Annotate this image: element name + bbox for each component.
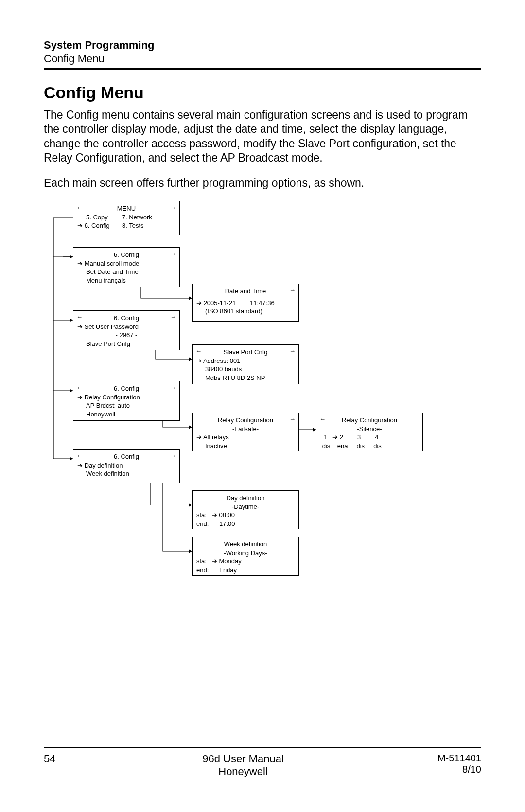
- intro-paragraph: The Config menu contains several main co…: [44, 108, 481, 165]
- relay-line: ➔ All relays: [196, 433, 295, 442]
- select-icon: ➔: [77, 323, 83, 330]
- screen-week-definition: Week definition -Working Days- sta: ➔ Mo…: [192, 537, 299, 576]
- nav-left-icon: ←: [76, 313, 83, 322]
- screen-relay-failsafe: → Relay Configuration -Failsafe- ➔ All r…: [192, 413, 299, 451]
- nav-right-icon: →: [289, 415, 296, 424]
- nav-right-icon: →: [289, 347, 296, 356]
- screen-title: 6. Config: [77, 314, 175, 323]
- nav-right-icon: →: [289, 286, 296, 295]
- relay-vals: dis ena dis dis: [320, 442, 419, 451]
- svg-marker-1: [189, 357, 192, 361]
- manual-page: System Programming Config Menu Config Me…: [0, 0, 525, 812]
- svg-marker-4: [189, 503, 192, 507]
- config-line: AP Brdcst: auto: [77, 401, 175, 410]
- select-icon: ➔: [212, 558, 217, 565]
- intro-paragraph-2: Each main screen offers further programm…: [44, 176, 481, 190]
- menu-line: ➔ 6. Config 8. Tests: [77, 221, 175, 230]
- svg-marker-9: [70, 457, 73, 461]
- config-line: Honeywell: [77, 410, 175, 419]
- page-footer: 54 96d User Manual Honeywell M-511401 8/…: [44, 747, 481, 778]
- nav-left-icon: ←: [76, 383, 83, 392]
- screen-menu: ← → MENU 5. Copy 7. Network ➔ 6. Config …: [73, 201, 180, 235]
- nav-right-icon: →: [170, 383, 176, 392]
- select-icon: ➔: [77, 462, 83, 469]
- screen-relay-silence: ← Relay Configuration -Silence- 1 ➔ 2 3 …: [316, 413, 423, 451]
- screen-title: Date and Time: [196, 287, 295, 296]
- footer-doc-number: M-511401: [403, 753, 481, 764]
- config-line: ➔ Day definition: [77, 461, 175, 470]
- screen-title: 6. Config: [77, 452, 175, 461]
- screen-config-1: → 6. Config ➔ Manual scroll mode Set Dat…: [73, 247, 180, 287]
- config-line: ➔ Relay Configuration: [77, 393, 175, 402]
- screen-title: MENU: [77, 204, 175, 213]
- header-section: System Programming: [44, 39, 481, 52]
- screen-subtitle: -Failsafe-: [196, 425, 295, 433]
- screen-subtitle: -Daytime-: [196, 503, 295, 511]
- config-line: Week definition: [77, 469, 175, 478]
- slave-line: Mdbs RTU 8D 2S NP: [196, 374, 295, 382]
- config-line: - 2967 -: [77, 331, 175, 340]
- screen-title: Week definition: [196, 540, 295, 549]
- menu-line: 5. Copy 7. Network: [77, 213, 175, 222]
- relay-cols: 1 ➔ 2 3 4: [320, 433, 419, 442]
- footer-brand: Honeywell: [83, 765, 403, 778]
- date-line: (ISO 8601 standard): [196, 307, 295, 316]
- screen-subtitle: -Silence-: [320, 425, 419, 433]
- nav-left-icon: ←: [76, 203, 83, 212]
- select-icon: ➔: [196, 433, 202, 441]
- svg-marker-3: [313, 428, 316, 432]
- screen-config-4: ← → 6. Config ➔ Day definition Week defi…: [73, 449, 180, 483]
- nav-right-icon: →: [170, 250, 176, 258]
- select-icon: ➔: [332, 433, 338, 441]
- select-icon: ➔: [196, 357, 202, 364]
- screen-title: Relay Configuration: [320, 416, 419, 425]
- select-icon: ➔: [212, 511, 217, 519]
- nav-right-icon: →: [170, 313, 176, 322]
- header-subsection: Config Menu: [44, 53, 481, 65]
- slave-line: 38400 bauds: [196, 365, 295, 374]
- screen-subtitle: -Working Days-: [196, 549, 295, 558]
- footer-date: 8/10: [403, 764, 481, 775]
- config-line: Slave Port Cnfg: [77, 340, 175, 348]
- config-line: Set Date and Time: [77, 268, 175, 276]
- relay-line: Inactive: [196, 442, 295, 451]
- screen-slave-port: ← → Slave Port Cnfg ➔ Address: 001 38400…: [192, 344, 299, 384]
- date-line: ➔ 2005-11-21 11:47:36: [196, 299, 295, 307]
- week-line: sta: ➔ Monday: [196, 557, 295, 566]
- svg-marker-8: [70, 389, 73, 393]
- svg-marker-0: [189, 296, 192, 300]
- day-line: end: 17:00: [196, 520, 295, 528]
- nav-left-icon: ←: [76, 451, 83, 460]
- screen-day-definition: Day definition -Daytime- sta: ➔ 08:00 en…: [192, 490, 299, 529]
- screen-title: Day definition: [196, 494, 295, 503]
- page-title: Config Menu: [44, 83, 481, 102]
- config-line: ➔ Manual scroll mode: [77, 259, 175, 268]
- nav-right-icon: →: [170, 203, 176, 212]
- screen-title: 6. Config: [77, 384, 175, 393]
- screen-title: Relay Configuration: [196, 416, 295, 425]
- day-line: sta: ➔ 08:00: [196, 511, 295, 520]
- config-line: Menu français: [77, 276, 175, 285]
- screen-date-time: → Date and Time ➔ 2005-11-21 11:47:36 (I…: [192, 284, 299, 322]
- footer-page-number: 54: [44, 753, 83, 778]
- nav-left-icon: ←: [319, 415, 326, 424]
- screen-title: 6. Config: [77, 251, 175, 259]
- svg-marker-6: [70, 255, 73, 259]
- select-icon: ➔: [77, 222, 83, 229]
- nav-right-icon: →: [170, 451, 176, 460]
- screen-config-3: ← → 6. Config ➔ Relay Configuration AP B…: [73, 381, 180, 421]
- select-icon: ➔: [77, 260, 83, 267]
- svg-marker-5: [189, 549, 192, 553]
- footer-doc-title: 96d User Manual: [83, 753, 403, 765]
- slave-line: ➔ Address: 001: [196, 357, 295, 365]
- week-line: end: Friday: [196, 566, 295, 575]
- menu-flow-diagram: ← → MENU 5. Copy 7. Network ➔ 6. Config …: [44, 201, 481, 600]
- svg-marker-7: [70, 318, 73, 322]
- config-line: ➔ Set User Password: [77, 323, 175, 331]
- select-icon: ➔: [77, 394, 83, 401]
- screen-config-2: ← → 6. Config ➔ Set User Password - 2967…: [73, 310, 180, 350]
- screen-title: Slave Port Cnfg: [196, 348, 295, 357]
- header-rule: [44, 68, 481, 70]
- select-icon: ➔: [196, 299, 202, 307]
- svg-marker-2: [189, 425, 192, 429]
